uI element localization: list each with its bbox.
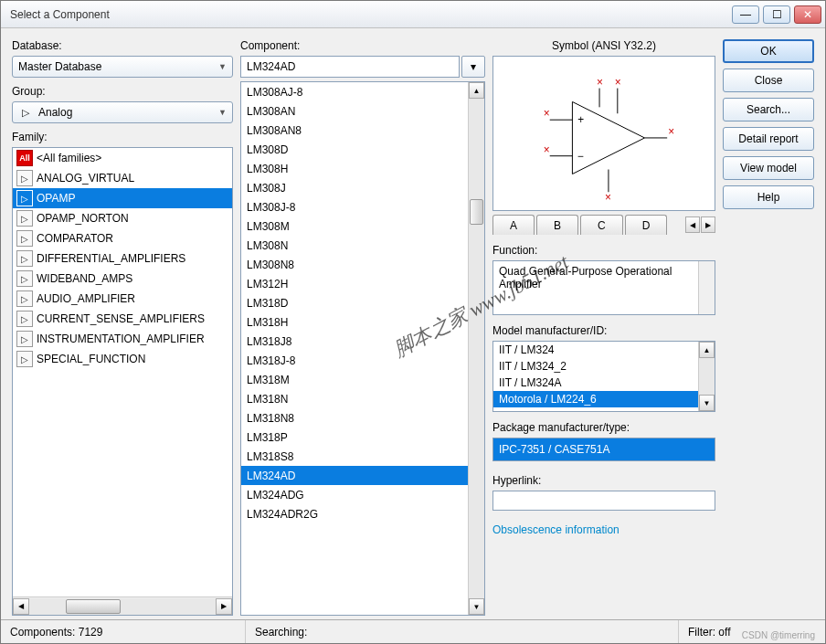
family-item[interactable]: ▷INSTRUMENTATION_AMPLIFIER	[13, 329, 232, 349]
group-dropdown[interactable]: ▷ Analog ▼	[12, 101, 233, 123]
family-item[interactable]: ▷AUDIO_AMPLIFIER	[13, 289, 232, 309]
tab-a[interactable]: A	[492, 215, 535, 235]
component-item[interactable]: LM308J	[241, 178, 468, 197]
tab-next-icon[interactable]: ▶	[701, 216, 715, 233]
model-item[interactable]: Motorola / LM224_6	[493, 391, 698, 407]
component-item[interactable]: LM308AN	[241, 101, 468, 121]
family-hscroll[interactable]: ◀ ▶	[13, 596, 232, 615]
family-icon: ▷	[16, 311, 33, 327]
component-item[interactable]: LM318D	[241, 293, 468, 312]
family-item-label: COMPARATOR	[37, 232, 113, 245]
funnel-icon: ▾	[471, 60, 476, 73]
component-item[interactable]: LM318J-8	[241, 351, 468, 370]
detail-report-button[interactable]: Detail report	[723, 127, 814, 151]
component-item[interactable]: LM324ADG	[241, 485, 468, 504]
model-item[interactable]: IIT / LM324A	[493, 375, 698, 391]
component-item[interactable]: LM312H	[241, 274, 468, 293]
close-dialog-button[interactable]: Close	[723, 69, 814, 92]
scroll-down-icon[interactable]: ▼	[469, 598, 484, 615]
scroll-thumb[interactable]	[66, 599, 121, 614]
symbol-tabs: A B C D ◀ ▶	[492, 215, 715, 235]
component-item[interactable]: LM308J-8	[241, 197, 468, 216]
family-item[interactable]: ▷COMPARATOR	[13, 228, 232, 248]
help-button[interactable]: Help	[723, 185, 814, 209]
model-listbox[interactable]: IIT / LM324IIT / LM324_2IIT / LM324AMoto…	[492, 341, 715, 412]
component-item[interactable]: LM308AJ-8	[241, 82, 468, 101]
scroll-right-icon[interactable]: ▶	[216, 598, 232, 615]
chevron-down-icon: ▼	[218, 62, 227, 71]
component-item[interactable]: LM318N	[241, 389, 468, 408]
close-button[interactable]: ✕	[794, 5, 821, 24]
right-column: Symbol (ANSI Y32.2) + − × × ×	[492, 37, 814, 616]
minimize-button[interactable]: —	[732, 5, 759, 24]
package-box[interactable]: IPC-7351 / CASE751A	[492, 438, 715, 461]
tab-d[interactable]: D	[625, 215, 668, 235]
component-listbox[interactable]: LM308AJ-8LM308ANLM308AN8LM308DLM308HLM30…	[240, 81, 485, 616]
model-item[interactable]: IIT / LM324_2	[493, 358, 698, 375]
family-item-label: OPAMP	[37, 192, 75, 205]
family-icon: ▷	[16, 270, 33, 287]
database-label: Database:	[12, 39, 233, 52]
component-item[interactable]: LM324AD	[241, 466, 468, 485]
view-model-button[interactable]: View model	[723, 156, 814, 180]
family-item[interactable]: ▷WIDEBAND_AMPS	[13, 269, 232, 289]
window-title: Select a Component	[10, 8, 732, 21]
hyperlink-field[interactable]	[492, 491, 715, 511]
svg-text:+: +	[577, 113, 584, 126]
function-vscroll[interactable]	[698, 261, 715, 314]
component-item[interactable]: LM318N8	[241, 408, 468, 428]
family-item[interactable]: ▷CURRENT_SENSE_AMPLIFIERS	[13, 309, 232, 329]
status-components: Components: 7129	[1, 620, 246, 643]
svg-text:×: ×	[668, 125, 674, 138]
database-dropdown[interactable]: Master Database ▼	[12, 56, 233, 78]
family-icon: ▷	[16, 170, 33, 186]
family-item[interactable]: All<All families>	[13, 148, 232, 168]
model-item[interactable]: IIT / LM324	[493, 342, 698, 358]
component-item[interactable]: LM308N	[241, 236, 468, 255]
family-item[interactable]: ▷SPECIAL_FUNCTION	[13, 349, 232, 369]
component-item[interactable]: LM324ADR2G	[241, 504, 468, 523]
tab-c[interactable]: C	[580, 215, 623, 235]
ok-button[interactable]: OK	[723, 39, 814, 63]
watermark-csdn: CSDN @timerring	[742, 630, 815, 640]
close-icon: ✕	[803, 8, 812, 21]
family-listbox[interactable]: All<All families>▷ANALOG_VIRTUAL▷OPAMP▷O…	[12, 147, 233, 616]
scroll-down-icon[interactable]: ▼	[699, 395, 715, 411]
tab-prev-icon[interactable]: ◀	[685, 216, 700, 233]
filter-button[interactable]: ▾	[461, 56, 485, 78]
component-search-input[interactable]	[240, 56, 460, 78]
family-item[interactable]: ▷ANALOG_VIRTUAL	[13, 168, 232, 188]
family-label: Family:	[12, 131, 233, 143]
family-item[interactable]: ▷DIFFERENTIAL_AMPLIFIERS	[13, 248, 232, 269]
maximize-button[interactable]: ☐	[763, 5, 790, 24]
component-vscroll[interactable]: ▲ ▼	[468, 82, 484, 615]
scroll-left-icon[interactable]: ◀	[13, 598, 29, 615]
component-item[interactable]: LM318H	[241, 312, 468, 332]
scroll-up-icon[interactable]: ▲	[699, 342, 715, 358]
model-vscroll[interactable]: ▲ ▼	[698, 342, 715, 411]
family-item[interactable]: ▷OPAMP	[13, 188, 232, 208]
obsolescence-link[interactable]: Obsolescence information	[492, 523, 715, 536]
tab-b[interactable]: B	[536, 215, 578, 235]
group-label: Group:	[12, 85, 233, 98]
family-icon: ▷	[16, 230, 33, 247]
family-item-label: <All families>	[37, 152, 101, 164]
family-item[interactable]: ▷OPAMP_NORTON	[13, 208, 232, 228]
content-area: Database: Master Database ▼ Group: ▷ Ana…	[1, 28, 825, 619]
svg-text:×: ×	[597, 76, 603, 89]
component-item[interactable]: LM318P	[241, 428, 468, 447]
component-item[interactable]: LM318J8	[241, 332, 468, 351]
search-button[interactable]: Search...	[723, 98, 814, 121]
component-item[interactable]: LM318S8	[241, 447, 468, 466]
component-item[interactable]: LM318M	[241, 370, 468, 389]
component-item[interactable]: LM308AN8	[241, 121, 468, 140]
component-item[interactable]: LM308D	[241, 140, 468, 159]
symbol-label: Symbol (ANSI Y32.2)	[492, 39, 715, 52]
component-label: Component:	[240, 39, 485, 52]
scroll-thumb[interactable]	[470, 199, 483, 225]
package-label: Package manufacturer/type:	[492, 421, 715, 434]
component-item[interactable]: LM308H	[241, 159, 468, 178]
scroll-up-icon[interactable]: ▲	[469, 82, 484, 99]
component-item[interactable]: LM308N8	[241, 255, 468, 274]
component-item[interactable]: LM308M	[241, 216, 468, 236]
